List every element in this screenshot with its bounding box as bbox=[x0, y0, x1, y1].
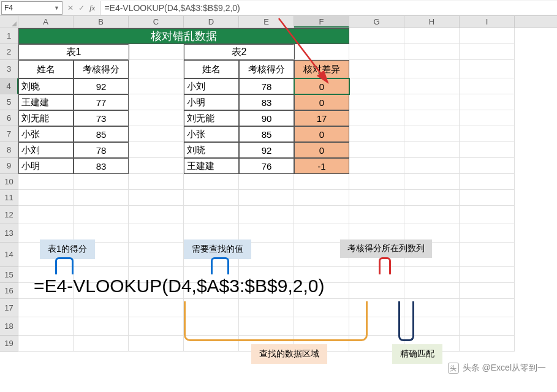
cell-B19[interactable] bbox=[74, 336, 129, 352]
row-header-5[interactable]: 5 bbox=[0, 94, 18, 110]
cell-I15[interactable] bbox=[460, 267, 515, 283]
row-header-6[interactable]: 6 bbox=[0, 110, 18, 126]
cell-F12[interactable] bbox=[294, 206, 349, 224]
cell-F11[interactable] bbox=[294, 190, 349, 206]
cell-F10[interactable] bbox=[294, 174, 349, 190]
cell-E12[interactable] bbox=[239, 206, 294, 224]
select-all-corner[interactable] bbox=[0, 16, 18, 28]
t2-r5-name[interactable]: 刘晓 bbox=[184, 142, 239, 158]
cell-B17[interactable] bbox=[74, 299, 129, 317]
cell-I8[interactable] bbox=[460, 142, 515, 158]
cell-C13[interactable] bbox=[129, 224, 184, 243]
t2-r6-diff[interactable]: -1 bbox=[294, 158, 349, 174]
t2-r1-name[interactable]: 小刘 bbox=[184, 78, 239, 94]
row-header-12[interactable]: 12 bbox=[0, 206, 18, 224]
cell-C11[interactable] bbox=[129, 190, 184, 206]
cell-C6[interactable] bbox=[129, 110, 184, 126]
cell-I2[interactable] bbox=[460, 44, 515, 60]
cell-C12[interactable] bbox=[129, 206, 184, 224]
t2-r2-score[interactable]: 83 bbox=[239, 94, 294, 110]
row-header-8[interactable]: 8 bbox=[0, 142, 18, 158]
row-header-19[interactable]: 19 bbox=[0, 336, 18, 352]
cell-I13[interactable] bbox=[460, 224, 515, 243]
cell-G1[interactable] bbox=[349, 28, 404, 44]
cell-B11[interactable] bbox=[74, 190, 129, 206]
t1-r2-name[interactable]: 王建建 bbox=[18, 94, 74, 110]
cancel-icon[interactable]: ✕ bbox=[67, 4, 74, 12]
cell-H3[interactable] bbox=[404, 60, 460, 78]
cell-C4[interactable] bbox=[129, 78, 184, 94]
t1-r1-name[interactable]: 刘晓 bbox=[18, 78, 74, 94]
cell-H16[interactable] bbox=[404, 283, 460, 299]
cell-E10[interactable] bbox=[239, 174, 294, 190]
col-header-D[interactable]: D bbox=[184, 16, 239, 28]
t1-r4-name[interactable]: 小张 bbox=[18, 126, 74, 142]
cell-D10[interactable] bbox=[184, 174, 239, 190]
cell-C8[interactable] bbox=[129, 142, 184, 158]
cell-H12[interactable] bbox=[404, 206, 460, 224]
t1-h2[interactable]: 考核得分 bbox=[74, 60, 129, 78]
cell-G12[interactable] bbox=[349, 206, 404, 224]
cell-H8[interactable] bbox=[404, 142, 460, 158]
cell-A10[interactable] bbox=[18, 174, 74, 190]
cell-H11[interactable] bbox=[404, 190, 460, 206]
cell-H10[interactable] bbox=[404, 174, 460, 190]
t2-h1[interactable]: 姓名 bbox=[184, 60, 239, 78]
cell-G11[interactable] bbox=[349, 190, 404, 206]
col-header-B[interactable]: B bbox=[74, 16, 129, 28]
table1-header[interactable]: 表1 bbox=[18, 44, 129, 60]
row-header-10[interactable]: 10 bbox=[0, 174, 18, 190]
name-box[interactable]: F4 ▼ bbox=[1, 1, 63, 15]
cell-E11[interactable] bbox=[239, 190, 294, 206]
cell-G10[interactable] bbox=[349, 174, 404, 190]
accept-icon[interactable]: ✓ bbox=[78, 4, 85, 12]
cell-C5[interactable] bbox=[129, 94, 184, 110]
cell-H5[interactable] bbox=[404, 94, 460, 110]
t1-r6-name[interactable]: 小明 bbox=[18, 158, 74, 174]
cell-A17[interactable] bbox=[18, 299, 74, 317]
t1-r4-score[interactable]: 85 bbox=[74, 126, 129, 142]
t1-r3-score[interactable]: 73 bbox=[74, 110, 129, 126]
cell-H1[interactable] bbox=[404, 28, 460, 44]
cell-G4[interactable] bbox=[349, 78, 404, 94]
t1-r1-score[interactable]: 92 bbox=[74, 78, 129, 94]
cell-I1[interactable] bbox=[460, 28, 515, 44]
t2-r3-score[interactable]: 90 bbox=[239, 110, 294, 126]
cell-I14[interactable] bbox=[460, 243, 515, 267]
cell-G6[interactable] bbox=[349, 110, 404, 126]
cell-A18[interactable] bbox=[18, 317, 74, 336]
cell-G7[interactable] bbox=[349, 126, 404, 142]
row-header-11[interactable]: 11 bbox=[0, 190, 18, 206]
cell-I16[interactable] bbox=[460, 283, 515, 299]
row-header-13[interactable]: 13 bbox=[0, 224, 18, 243]
cell-I4[interactable] bbox=[460, 78, 515, 94]
row-header-1[interactable]: 1 bbox=[0, 28, 18, 44]
cell-H6[interactable] bbox=[404, 110, 460, 126]
col-header-A[interactable]: A bbox=[18, 16, 74, 28]
cell-D11[interactable] bbox=[184, 190, 239, 206]
t1-h1[interactable]: 姓名 bbox=[18, 60, 74, 78]
t1-r6-score[interactable]: 83 bbox=[74, 158, 129, 174]
cell-G16[interactable] bbox=[349, 283, 404, 299]
t1-r5-name[interactable]: 小刘 bbox=[18, 142, 74, 158]
t2-r3-diff[interactable]: 17 bbox=[294, 110, 349, 126]
cell-A11[interactable] bbox=[18, 190, 74, 206]
t1-r2-score[interactable]: 77 bbox=[74, 94, 129, 110]
cell-I7[interactable] bbox=[460, 126, 515, 142]
t2-r4-diff[interactable]: 0 bbox=[294, 126, 349, 142]
cell-C19[interactable] bbox=[129, 336, 184, 352]
t2-r2-diff[interactable]: 0 bbox=[294, 94, 349, 110]
row-header-15[interactable]: 15 bbox=[0, 267, 18, 283]
t2-r3-name[interactable]: 刘无能 bbox=[184, 110, 239, 126]
t2-r5-score[interactable]: 92 bbox=[239, 142, 294, 158]
fx-icon[interactable]: fx bbox=[89, 3, 95, 13]
cell-I11[interactable] bbox=[460, 190, 515, 206]
cell-C7[interactable] bbox=[129, 126, 184, 142]
cell-A19[interactable] bbox=[18, 336, 74, 352]
t2-r4-name[interactable]: 小张 bbox=[184, 126, 239, 142]
cell-I3[interactable] bbox=[460, 60, 515, 78]
cell-I5[interactable] bbox=[460, 94, 515, 110]
cell-H2[interactable] bbox=[404, 44, 460, 60]
col-header-H[interactable]: H bbox=[404, 16, 460, 28]
cell-I12[interactable] bbox=[460, 206, 515, 224]
